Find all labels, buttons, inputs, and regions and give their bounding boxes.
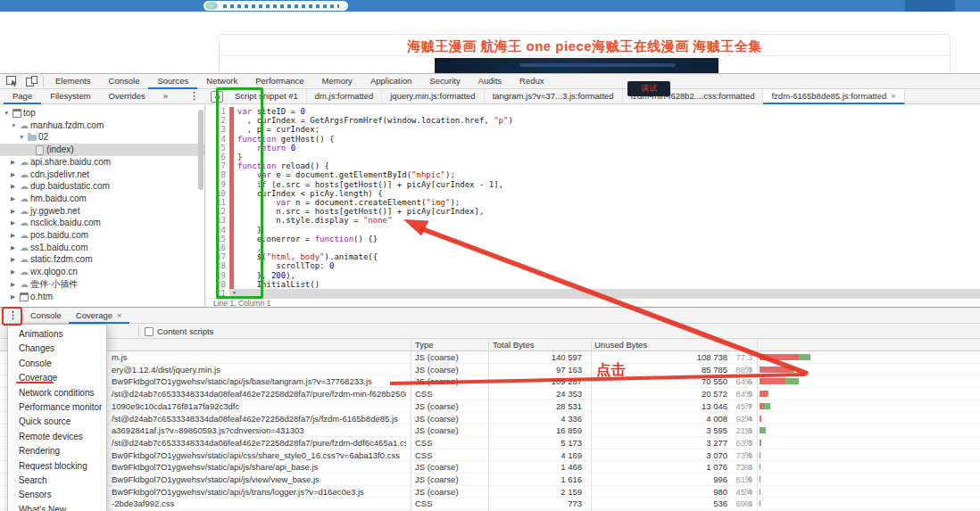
header-total[interactable]: Total Bytes [493, 339, 534, 350]
device-toolbar-icon[interactable] [26, 76, 37, 87]
menu-item-changes[interactable]: Changes [8, 342, 106, 356]
sidebar-tab-page[interactable]: Page [4, 89, 41, 104]
tree-item--index-[interactable]: (index) [0, 144, 204, 156]
tree-item-manhua-fzdm-com[interactable]: ▼☁manhua.fzdm.com [0, 120, 204, 132]
tree-expand-arrow[interactable]: ▼ [4, 107, 9, 120]
tree-item-ss1-baidu-com[interactable]: ▶☁ss1.baidu.com [0, 242, 204, 254]
tree-expand-arrow[interactable]: ▶ [11, 253, 15, 266]
tree-expand-arrow[interactable]: ▶ [11, 291, 15, 303]
tree-item-label: ss1.baidu.com [30, 242, 87, 254]
tree-item-api-share-baidu-com[interactable]: ▶☁api.share.baidu.com [0, 156, 204, 169]
menu-item-network-conditions[interactable]: Network conditions [8, 386, 106, 400]
sidebar-more-icon[interactable]: ⋮ [189, 90, 199, 102]
sidebar-tab-filesystem[interactable]: Filesystem [41, 89, 99, 103]
row-url: Bw9Fktbgol7O1ygwehsv/static/api/js/view/… [112, 474, 406, 485]
file-tab[interactable]: dm.js:formatted [307, 89, 382, 103]
tree-expand-arrow[interactable]: ▶ [11, 229, 15, 242]
tree-item-cdn-jsdelivr-net[interactable]: ▶☁cdn.jsdelivr.net [0, 169, 204, 181]
menu-item-remote-devices[interactable]: Remote devices [8, 430, 106, 444]
menu-item-rendering[interactable]: Rendering [8, 444, 106, 458]
menu-item-search[interactable]: Search [8, 474, 106, 488]
tree-item-label: hm.baidu.com [30, 193, 87, 205]
drawer-tab-label: Coverage [76, 310, 112, 320]
main-tab-redux[interactable]: Redux [511, 74, 552, 87]
coverage-row[interactable]: 1090e9c10cda176f81a7fa92c3dfcJS (coarse)… [0, 400, 980, 413]
tree-item-static-fzdm-com[interactable]: ▶☁static.fzdm.com [0, 253, 204, 266]
tree-expand-arrow[interactable]: ▶ [11, 180, 15, 193]
coverage-row[interactable]: -2bde3af992.cssCSS77353669.3 % [0, 498, 980, 510]
tree-item-pos-baidu-com[interactable]: ▶☁pos.baidu.com [0, 229, 204, 242]
main-tab-security[interactable]: Security [420, 74, 469, 87]
tree-expand-arrow[interactable]: ▼ [19, 131, 24, 144]
coverage-row[interactable]: /st@d24ab7c6533348334da08feaf462e72258d2… [0, 388, 980, 400]
row-unused-bytes: 3 595 [594, 424, 727, 436]
tree-item-wx-qlogo-cn[interactable]: ▶☁wx.qlogo.cn [0, 266, 204, 278]
coverage-row[interactable]: Bw9Fktbgol7O1ygwehsv/static/api/js/share… [0, 461, 980, 474]
coverage-row[interactable]: Bw9Fktbgol7O1ygwehsv/static/api/js/view/… [0, 474, 980, 486]
coverage-row[interactable]: Bw9Fktbgol7O1ygwehsv/static/api/js/base/… [0, 375, 980, 388]
main-tab-console[interactable]: Console [100, 74, 149, 87]
tree-expand-arrow[interactable]: ▶ [11, 169, 15, 181]
file-tab[interactable]: jquery.min.js:formatted [382, 89, 484, 103]
file-tab[interactable]: fzdm-6165b8de85.js:formatted× [763, 89, 904, 104]
menu-item-what-s-new[interactable]: What's New [8, 503, 106, 511]
menu-item-animations[interactable]: Animations [8, 327, 106, 342]
main-tab-performance[interactable]: Performance [246, 74, 312, 87]
coverage-row[interactable]: Bw9Fktbgol7O1ygwehsv/static/api/js/trans… [0, 486, 980, 499]
menu-item-console[interactable]: Console [8, 357, 106, 371]
tree-expand-arrow[interactable]: ▶ [11, 278, 15, 291]
tree-expand-arrow[interactable]: ▶ [11, 266, 15, 278]
main-tab-elements[interactable]: Elements [46, 74, 100, 87]
main-tab-application[interactable]: Application [361, 74, 420, 87]
main-tab-network[interactable]: Network [197, 74, 246, 87]
unused-bar-segment [760, 489, 760, 495]
drawer-tab-console[interactable]: Console [23, 308, 69, 323]
coverage-row[interactable]: Bw9Fktbgol7O1ygwehsv/static/api/css/shar… [0, 449, 980, 462]
tree-expand-arrow[interactable]: ▶ [11, 193, 15, 205]
tree-item-top[interactable]: ▼top [0, 107, 204, 120]
coverage-row[interactable]: /st@d24ab7c6533348334da08feaf462e72258d2… [0, 437, 980, 449]
sidebar-tab-[interactable]: » [154, 89, 177, 103]
menu-item-performance-monitor[interactable]: Performance monitor [8, 400, 106, 415]
code-editor[interactable]: 1var siteID = 02 , curIndex = GetArgsFro… [206, 104, 980, 298]
tree-expand-arrow[interactable]: ▼ [11, 120, 16, 132]
header-type[interactable]: Type [415, 339, 434, 350]
inspect-element-icon[interactable] [6, 76, 18, 87]
tree-item-hm-baidu-com[interactable]: ▶☁hm.baidu.com [0, 193, 204, 205]
tree-expand-arrow[interactable]: ▶ [11, 242, 15, 254]
drawer-tab-coverage[interactable]: Coverage× [69, 309, 129, 324]
tree-expand-arrow[interactable]: ▶ [11, 205, 15, 218]
tree-item-------[interactable]: ▶☁壹伴·小插件 [0, 278, 204, 291]
debug-badge: 调试 [627, 81, 670, 96]
coverage-row[interactable]: a3692841af.js?v=89860593.js?cdnversion=4… [0, 424, 980, 437]
tree-expand-arrow[interactable]: ▶ [11, 217, 15, 229]
sidebar-tab-overrides[interactable]: Overrides [100, 89, 154, 103]
tree-item-dup-baidustatic-com[interactable]: ▶☁dup.baidustatic.com [0, 180, 204, 193]
main-tab-sources[interactable]: Sources [148, 74, 197, 89]
annotation-green-rectangle [216, 87, 263, 299]
menu-item-sensors[interactable]: Sensors [8, 488, 106, 502]
tree-item-o-htm[interactable]: ▶o.htm [0, 291, 204, 303]
tree-item-02[interactable]: ▼02 [0, 131, 204, 144]
tree-item-nsclick-baidu-com[interactable]: ▶☁nsclick.baidu.com [0, 217, 204, 229]
menu-item-request-blocking[interactable]: Request blocking [8, 459, 106, 474]
editor-horizontal-scrollbar[interactable]: ◂ [229, 289, 980, 298]
main-tab-audits[interactable]: Audits [469, 74, 511, 87]
tab-close-icon[interactable]: × [117, 310, 122, 320]
menu-item-coverage[interactable]: Coverage [8, 371, 106, 385]
content-scripts-checkbox[interactable] [145, 327, 154, 336]
menu-item-quick-source[interactable]: Quick source [8, 415, 106, 429]
coverage-row[interactable]: /st@d24ab7c6533348334da08feaf462e72258d2… [0, 413, 980, 425]
code-line: 9 if (e.src = hosts[getHost()] + picAy[c… [206, 180, 980, 189]
coverage-row[interactable]: ery@1.12.4/dist/jquery.min.jsJS (coarse)… [0, 364, 980, 376]
used-bar-segment [767, 391, 768, 397]
coverage-row[interactable]: m.jsJS (coarse)140 597108 73877.3 % [0, 351, 980, 364]
usage-bar [760, 391, 768, 397]
tree-expand-arrow[interactable]: ▶ [11, 156, 15, 169]
tree-scrollbar-thumb[interactable] [198, 110, 203, 190]
tree-item-jy-ggweb-net[interactable]: ▶☁jy.ggweb.net [0, 205, 204, 218]
tab-close-icon[interactable]: × [891, 91, 896, 101]
file-tab[interactable]: tangram.js?v=37...3.js:formatted [485, 89, 623, 103]
main-tab-memory[interactable]: Memory [313, 74, 361, 87]
header-unused[interactable]: Unused Bytes [594, 339, 647, 350]
